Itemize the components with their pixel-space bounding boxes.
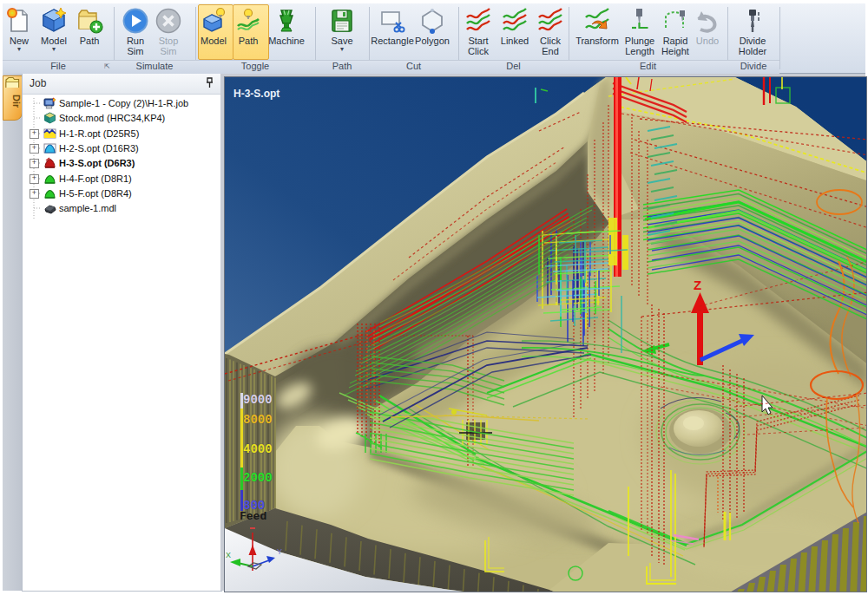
svg-text:2000: 2000	[243, 471, 273, 485]
svg-text:8000: 8000	[243, 413, 273, 427]
svg-text:Z: Z	[694, 278, 701, 292]
svg-text:Feed: Feed	[240, 510, 266, 523]
svg-text:H-3-S.opt: H-3-S.opt	[233, 88, 279, 100]
svg-text:Dir: Dir	[11, 95, 22, 108]
svg-text:Y: Y	[277, 547, 282, 556]
svg-text:X: X	[226, 551, 231, 559]
svg-text:9000: 9000	[243, 393, 273, 407]
svg-text:4000: 4000	[243, 442, 273, 456]
